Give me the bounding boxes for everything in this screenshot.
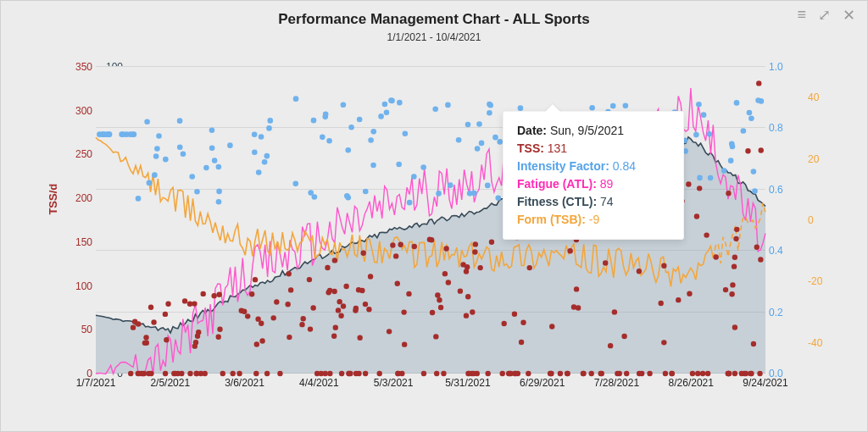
chart-title: Performance Management Chart - ALL Sport… [1, 11, 867, 28]
svg-point-115 [407, 200, 413, 206]
svg-point-247 [581, 371, 586, 376]
svg-point-101 [266, 125, 272, 131]
svg-point-337 [259, 338, 264, 343]
svg-point-33 [755, 97, 761, 103]
svg-point-22 [259, 134, 264, 140]
svg-point-272 [433, 334, 438, 339]
svg-point-114 [368, 137, 374, 143]
svg-point-313 [612, 309, 617, 314]
svg-point-309 [729, 291, 734, 296]
svg-point-271 [489, 240, 494, 245]
svg-point-31 [209, 127, 215, 133]
svg-point-301 [470, 309, 475, 314]
svg-point-69 [100, 131, 106, 137]
svg-point-308 [464, 313, 469, 318]
svg-point-240 [507, 371, 512, 376]
svg-point-57 [194, 189, 200, 195]
svg-point-274 [211, 293, 216, 298]
svg-point-335 [287, 271, 292, 276]
svg-point-255 [472, 249, 477, 254]
svg-point-334 [430, 310, 435, 315]
svg-point-347 [464, 269, 469, 274]
svg-point-89 [403, 130, 409, 136]
svg-point-231 [434, 371, 439, 376]
svg-point-360 [460, 262, 465, 267]
svg-point-283 [254, 341, 259, 346]
svg-point-150 [382, 102, 388, 108]
svg-point-336 [353, 306, 359, 311]
svg-point-270 [366, 307, 371, 312]
svg-point-248 [739, 371, 744, 376]
svg-point-8 [734, 100, 740, 106]
svg-point-392 [274, 299, 279, 304]
svg-point-285 [406, 291, 411, 296]
svg-point-93 [729, 141, 735, 147]
svg-point-318 [193, 340, 198, 345]
svg-point-276 [549, 324, 554, 329]
svg-point-39 [262, 159, 268, 165]
svg-point-242 [346, 371, 351, 376]
svg-point-48 [256, 169, 262, 175]
svg-point-235 [624, 371, 629, 376]
svg-point-290 [142, 341, 147, 346]
svg-point-378 [143, 335, 148, 340]
svg-point-23 [492, 135, 498, 141]
svg-point-120 [209, 145, 215, 151]
svg-point-100 [136, 196, 142, 202]
svg-point-183 [598, 371, 603, 376]
svg-point-361 [331, 289, 337, 294]
svg-point-311 [567, 248, 572, 253]
close-icon[interactable]: ✕ [843, 6, 855, 25]
svg-point-232 [163, 371, 168, 376]
svg-point-45 [264, 153, 270, 159]
chart-panel: ≡ ⤢ ✕ Performance Management Chart - ALL… [0, 0, 868, 432]
svg-point-19 [411, 174, 417, 180]
svg-point-87 [107, 131, 113, 137]
svg-point-129 [370, 129, 376, 135]
svg-point-393 [734, 227, 739, 232]
svg-point-384 [356, 287, 361, 292]
svg-point-139 [623, 102, 629, 108]
svg-point-65 [153, 153, 159, 159]
svg-point-350 [713, 254, 718, 259]
svg-point-164 [500, 371, 505, 376]
svg-point-386 [132, 318, 137, 324]
svg-point-189 [253, 371, 259, 376]
svg-point-394 [239, 308, 244, 313]
svg-point-218 [695, 371, 700, 376]
svg-point-310 [676, 297, 681, 302]
svg-point-287 [694, 213, 699, 219]
svg-point-209 [748, 371, 754, 376]
svg-point-303 [331, 333, 337, 338]
svg-point-256 [723, 287, 728, 292]
y-ticks-tsb: 40200-20-40 [808, 67, 845, 374]
svg-point-144 [292, 181, 298, 187]
svg-point-138 [476, 121, 482, 127]
svg-point-191 [339, 371, 344, 376]
svg-point-77 [216, 164, 222, 170]
plot-wrap: TSS/d IF|Form (TSB) 35030025020015010050… [60, 67, 801, 394]
svg-point-152 [144, 119, 150, 125]
menu-icon[interactable]: ≡ [797, 6, 806, 25]
svg-point-228 [548, 371, 554, 376]
svg-point-18 [728, 158, 734, 163]
expand-icon[interactable]: ⤢ [818, 6, 831, 25]
svg-point-7 [216, 189, 222, 195]
svg-point-388 [751, 341, 756, 346]
svg-point-66 [747, 110, 753, 116]
svg-point-143 [348, 125, 354, 130]
svg-point-149 [293, 96, 299, 102]
svg-point-84 [344, 193, 350, 199]
svg-point-10 [163, 157, 169, 163]
svg-point-140 [479, 141, 485, 147]
svg-point-277 [398, 242, 403, 247]
svg-point-382 [574, 286, 579, 291]
svg-point-328 [412, 244, 417, 249]
svg-point-155 [436, 191, 442, 197]
svg-point-92 [154, 146, 160, 152]
svg-point-319 [285, 302, 290, 307]
svg-point-55 [177, 118, 183, 124]
svg-point-90 [384, 109, 390, 115]
svg-point-267 [732, 324, 737, 330]
svg-point-317 [259, 320, 264, 325]
